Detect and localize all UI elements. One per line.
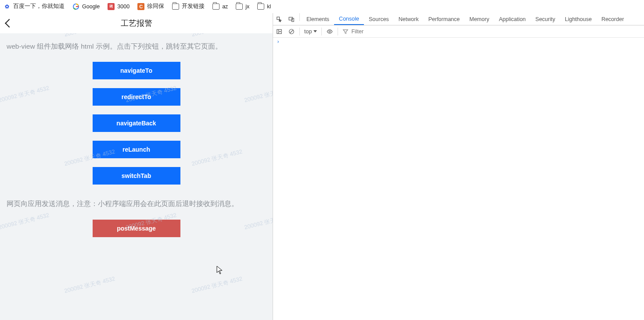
svg-point-8	[329, 31, 331, 32]
separator	[299, 13, 300, 21]
inspect-element-icon[interactable]	[273, 13, 285, 25]
tab-lighthouse[interactable]: Lighthouse	[560, 13, 597, 25]
bookmark-label: 徐同保	[147, 3, 164, 10]
bookmark-folder-kl[interactable]: kl	[257, 4, 271, 10]
description-2: 网页向应用发送消息，注意：小程序端应用会在此页面后退时接收到消息。	[7, 199, 266, 209]
separator	[299, 28, 300, 36]
bookmark-label: 开发链接	[182, 3, 205, 10]
chevron-down-icon	[313, 30, 317, 32]
clear-console-icon[interactable]	[285, 25, 298, 37]
nav-button-group: navigateTo redirectTo navigateBack reLau…	[7, 62, 266, 185]
google-icon	[72, 3, 79, 10]
bookmark-label: 3000	[117, 4, 130, 10]
navigate-to-button[interactable]: navigateTo	[93, 62, 180, 79]
filter-icon	[342, 28, 349, 35]
bookmark-label: Google	[82, 4, 100, 10]
toggle-sidebar-icon[interactable]	[273, 25, 285, 37]
baidu-icon: ✿	[4, 3, 11, 10]
page-title: 工艺报警	[0, 18, 273, 28]
bookmark-label: az	[222, 4, 228, 10]
filter-input[interactable]	[351, 28, 404, 35]
devtools-pane: Elements Console Sources Network Perform…	[273, 13, 644, 320]
navigate-back-button[interactable]: navigateBack	[93, 114, 180, 132]
square-icon: C	[137, 3, 144, 10]
bookmark-google[interactable]: Google	[72, 3, 100, 10]
redirect-to-button[interactable]: redirectTo	[93, 88, 180, 106]
description-1: web-view 组件加载网络 html 示例。点击下列按钮，跳转至其它页面。	[7, 41, 266, 51]
bookmark-baidu[interactable]: ✿ 百度一下，你就知道	[4, 3, 65, 10]
bookmarks-bar: ✿ 百度一下，你就知道 Google 词 3000 C 徐同保 开发链接 az …	[0, 0, 644, 13]
tab-sources[interactable]: Sources	[364, 13, 394, 25]
relaunch-button[interactable]: reLaunch	[93, 141, 180, 158]
watermark: 200092 张天奇 4532	[191, 33, 243, 39]
tab-console[interactable]: Console	[334, 13, 364, 25]
context-label: top	[304, 28, 312, 35]
message-button-group: postMessage	[7, 220, 266, 237]
svg-line-7	[290, 30, 293, 33]
console-prompt-icon: ›	[277, 39, 280, 45]
filter-wrap	[340, 28, 644, 35]
execution-context-select[interactable]: top	[302, 28, 320, 35]
tab-security[interactable]: Security	[531, 13, 560, 25]
console-output[interactable]: ›	[273, 38, 644, 320]
mobile-preview-pane: 工艺报警 200092 张天奇 4532 200092 张天奇 4532 200…	[0, 13, 273, 320]
mouse-cursor-icon	[216, 266, 223, 277]
watermark: 200092 张天奇 4532	[64, 275, 116, 295]
tab-elements[interactable]: Elements	[302, 13, 334, 25]
folder-icon	[212, 4, 219, 10]
bookmark-label: kl	[267, 4, 271, 10]
device-toolbar-icon[interactable]	[285, 13, 298, 25]
console-filter-bar: top	[273, 25, 644, 38]
square-icon: 词	[108, 3, 115, 10]
folder-icon	[172, 4, 179, 10]
devtools-tab-bar: Elements Console Sources Network Perform…	[273, 13, 644, 25]
bookmark-folder-devlinks[interactable]: 开发链接	[172, 3, 205, 10]
switch-tab-button[interactable]: switchTab	[93, 167, 180, 185]
watermark: 200092 张天奇 4532	[64, 33, 116, 39]
post-message-button[interactable]: postMessage	[93, 220, 180, 237]
mobile-header: 工艺报警	[0, 13, 273, 33]
folder-icon	[236, 4, 243, 10]
folder-icon	[257, 4, 264, 10]
live-expression-icon[interactable]	[324, 25, 336, 37]
separator	[338, 28, 338, 36]
bookmark-3000[interactable]: 词 3000	[108, 3, 130, 10]
tab-performance[interactable]: Performance	[424, 13, 465, 25]
bookmark-label: 百度一下，你就知道	[13, 3, 65, 10]
tab-memory[interactable]: Memory	[464, 13, 494, 25]
mobile-body: 200092 张天奇 4532 200092 张天奇 4532 200092 张…	[0, 33, 273, 320]
bookmark-folder-jx[interactable]: jx	[236, 4, 249, 10]
tab-network[interactable]: Network	[394, 13, 424, 25]
separator	[321, 28, 322, 36]
watermark: 200092 张天奇 4532	[191, 275, 243, 295]
bookmark-folder-az[interactable]: az	[212, 4, 228, 10]
bookmark-xutongbao[interactable]: C 徐同保	[137, 3, 164, 10]
tab-application[interactable]: Application	[494, 13, 530, 25]
bookmark-label: jx	[245, 4, 249, 10]
tab-recorder[interactable]: Recorder	[597, 13, 629, 25]
